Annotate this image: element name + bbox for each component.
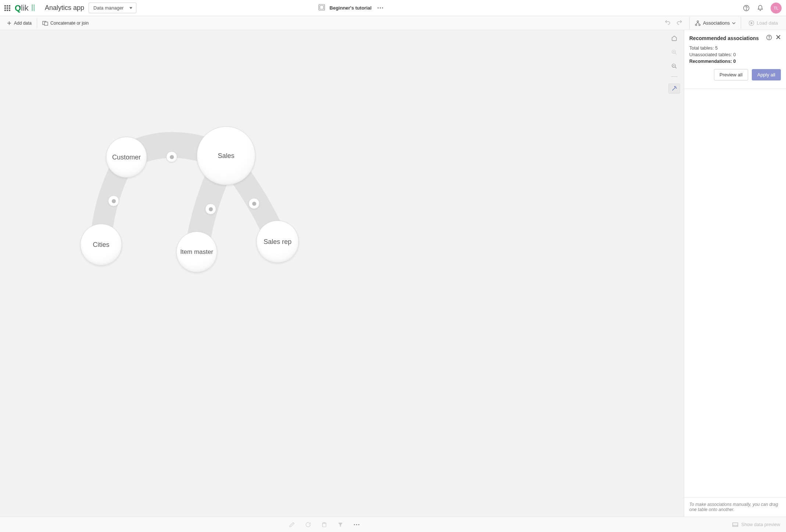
svg-rect-45 <box>733 523 738 526</box>
delete-icon <box>321 521 328 528</box>
sidebar-title: Recommended associations <box>689 35 759 41</box>
svg-point-23 <box>699 24 700 25</box>
top-center: Beginner's tutorial <box>318 4 383 12</box>
svg-point-43 <box>356 524 357 525</box>
svg-text:Q: Q <box>15 4 21 12</box>
main-area: Customer Sales Cities Item master Sales … <box>0 30 786 517</box>
svg-rect-7 <box>7 10 8 11</box>
svg-rect-6 <box>4 10 6 11</box>
undo-button[interactable] <box>663 18 672 29</box>
connections-svg <box>0 30 384 317</box>
secondary-bar: Add data Concatenate or join Association… <box>0 16 786 30</box>
bell-icon[interactable] <box>757 4 764 12</box>
svg-text:lik: lik <box>21 4 29 12</box>
svg-rect-15 <box>320 6 324 9</box>
svg-point-11 <box>19 6 21 8</box>
svg-rect-8 <box>9 10 10 11</box>
home-zoom-icon[interactable] <box>671 35 678 42</box>
svg-point-42 <box>354 524 355 525</box>
apply-all-button[interactable]: Apply all <box>752 69 781 80</box>
user-avatar[interactable]: TL <box>771 3 782 14</box>
recommended-sidebar: Recommended associations Total tables: 5… <box>684 30 786 517</box>
more-icon[interactable] <box>378 7 383 8</box>
table-bubble-item-master[interactable]: Item master <box>176 231 217 273</box>
svg-line-29 <box>675 53 676 54</box>
edit-icon <box>289 521 295 528</box>
table-bubble-cities[interactable]: Cities <box>80 224 122 266</box>
sidebar-header: Recommended associations Total tables: 5… <box>684 30 786 89</box>
svg-rect-21 <box>44 22 48 25</box>
association-joint[interactable] <box>108 195 119 206</box>
svg-rect-3 <box>4 7 6 9</box>
filter-icon <box>337 521 344 528</box>
zoom-in-icon[interactable] <box>671 48 678 56</box>
redo-button[interactable] <box>675 18 684 29</box>
svg-line-33 <box>675 67 676 68</box>
association-joint[interactable] <box>166 151 177 162</box>
svg-point-38 <box>769 39 769 39</box>
add-data-button[interactable]: Add data <box>4 18 35 28</box>
apps-grid-icon[interactable] <box>4 5 10 11</box>
svg-rect-5 <box>9 7 10 9</box>
svg-point-17 <box>746 9 746 10</box>
associations-dropdown[interactable]: Associations <box>689 17 741 29</box>
refresh-icon <box>305 521 311 528</box>
svg-rect-13 <box>34 4 34 11</box>
table-bubble-customer[interactable]: Customer <box>106 137 147 178</box>
help-icon[interactable] <box>743 4 750 12</box>
preview-all-button[interactable]: Preview all <box>714 69 748 80</box>
svg-rect-4 <box>7 7 8 9</box>
svg-point-44 <box>358 524 359 525</box>
svg-point-35 <box>676 88 676 88</box>
svg-rect-2 <box>9 5 10 7</box>
load-data-button: Load data <box>744 20 782 26</box>
load-data-label: Load data <box>757 20 778 26</box>
svg-rect-12 <box>32 4 32 11</box>
svg-rect-1 <box>7 5 8 7</box>
svg-rect-41 <box>322 523 326 527</box>
sidebar-help-icon[interactable] <box>766 35 772 42</box>
association-joint[interactable] <box>205 204 216 215</box>
bottom-bar: Show data preview <box>0 517 786 532</box>
canvas-tools <box>668 35 680 94</box>
table-bubble-sales[interactable]: Sales <box>197 126 256 185</box>
bottom-center-icons <box>289 521 360 528</box>
association-joint[interactable] <box>249 198 260 209</box>
undo-redo-group <box>663 18 686 29</box>
svg-line-26 <box>698 22 699 24</box>
svg-point-22 <box>696 24 697 25</box>
secondary-right: Associations Load data <box>663 17 782 29</box>
top-right: TL <box>743 3 782 14</box>
associations-label: Associations <box>703 20 730 26</box>
concatenate-label: Concatenate or join <box>50 21 89 26</box>
sheet-icon[interactable] <box>318 4 325 12</box>
svg-line-25 <box>696 22 698 24</box>
zoom-out-icon[interactable] <box>671 62 678 70</box>
qlik-logo[interactable]: Qlik <box>15 4 40 12</box>
magic-wand-button[interactable] <box>668 83 680 94</box>
sidebar-footer-hint: To make associations manually, you can d… <box>684 497 786 517</box>
concatenate-button[interactable]: Concatenate or join <box>37 18 92 28</box>
app-name: Analytics app <box>45 4 84 12</box>
svg-point-24 <box>697 21 699 22</box>
show-data-preview-button: Show data preview <box>732 522 786 527</box>
app-title[interactable]: Beginner's tutorial <box>329 5 371 11</box>
svg-rect-0 <box>4 5 6 7</box>
table-bubble-sales-rep[interactable]: Sales rep <box>256 220 299 263</box>
top-bar: Qlik Analytics app Data manager Beginner… <box>0 0 786 16</box>
more-icon[interactable] <box>353 521 360 528</box>
sidebar-stats: Total tables: 5 Unassociated tables: 0 R… <box>689 46 781 64</box>
view-dropdown[interactable]: Data manager <box>89 3 136 13</box>
association-canvas[interactable]: Customer Sales Cities Item master Sales … <box>0 30 684 517</box>
close-icon[interactable] <box>776 35 781 42</box>
svg-point-36 <box>675 86 675 87</box>
add-data-label: Add data <box>14 21 32 26</box>
